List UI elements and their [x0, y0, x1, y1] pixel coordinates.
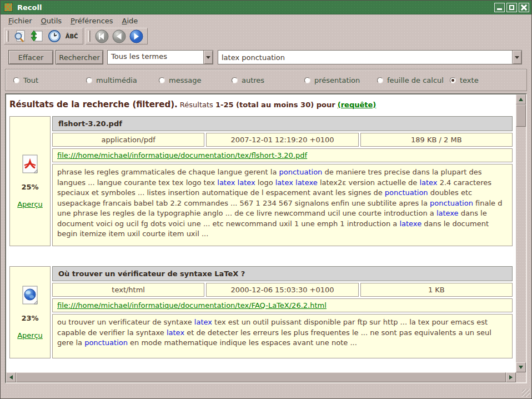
vertical-scrollbar[interactable]: [516, 94, 526, 372]
maximize-button[interactable]: [506, 3, 517, 12]
next-page-icon: [129, 29, 143, 43]
term-explorer-button[interactable]: ÂBĈ: [64, 29, 79, 43]
filter-label: Tout: [23, 76, 38, 84]
query-combobox[interactable]: [218, 50, 522, 64]
preview-link[interactable]: Aperçu: [17, 331, 43, 340]
results-range: 1-25 (total au moins 30) pour: [215, 101, 335, 109]
result-title[interactable]: flshort-3.20.pdf: [52, 116, 513, 131]
result-snippet: phrase les regles grammaticales de chaqu…: [52, 164, 513, 246]
result-date: 2007-12-01 12:19:20 +0100: [206, 133, 358, 147]
horizontal-scrollbar-thumb[interactable]: [16, 372, 506, 382]
result-snippet: ou trouver un verificateur de syntaxe la…: [52, 314, 513, 358]
filter-autres[interactable]: autres: [232, 76, 304, 84]
menu-preferences[interactable]: Préférences: [66, 16, 117, 26]
filter-label: feuille de calcul: [387, 76, 444, 84]
filter-multimedia[interactable]: multimédia: [86, 76, 159, 84]
result-1-side: 25% Aperçu: [9, 116, 51, 246]
scroll-right-button[interactable]: [506, 372, 516, 382]
query-link[interactable]: (requête): [338, 101, 377, 109]
filter-label: texte: [460, 76, 479, 84]
result-mime: text/html: [52, 283, 204, 297]
sort-parameters-button[interactable]: [30, 29, 44, 43]
recoll-window: Recoll Fichier Outils Préférences Aide: [0, 0, 532, 399]
arrow-up-icon: [519, 98, 523, 101]
first-page-button[interactable]: [94, 29, 109, 43]
result-2-side: 23% Aperçu: [9, 266, 51, 358]
minimize-icon: [497, 8, 502, 10]
preview-link[interactable]: Aperçu: [17, 200, 43, 208]
scroll-down-button[interactable]: [516, 362, 526, 372]
filter-label: message: [169, 76, 201, 84]
result-2-main: Où trouver un vérificateur de syntaxe La…: [52, 266, 513, 358]
menu-aide[interactable]: Aide: [118, 16, 143, 26]
results-header: Résultats de la recherche (filtered). Ré…: [6, 94, 516, 109]
arrow-right-icon: [509, 375, 513, 380]
vertical-scrollbar-thumb[interactable]: [516, 104, 526, 127]
category-filter-frame: Tout multimédia message autres présentat…: [5, 69, 527, 91]
radio-icon: [159, 77, 165, 83]
menu-outils[interactable]: Outils: [37, 16, 67, 26]
close-icon: [521, 4, 527, 11]
radio-icon: [232, 77, 238, 83]
document-search-button[interactable]: [13, 29, 27, 43]
horizontal-scrollbar[interactable]: [6, 372, 516, 382]
filter-texte[interactable]: texte: [450, 76, 523, 84]
toolbar-handle[interactable]: [88, 31, 91, 42]
pdf-file-icon: [20, 154, 40, 175]
radio-icon: [450, 77, 456, 83]
toolbar-group-nav: [86, 28, 148, 44]
window-title: Recoll: [17, 3, 494, 12]
results-prefix: Résultats: [180, 101, 213, 109]
sort-document-icon: [31, 29, 44, 43]
result-url-link[interactable]: file:///home/michael/informatique/docume…: [57, 301, 327, 310]
resize-grip-icon[interactable]: [522, 389, 530, 397]
minimize-button[interactable]: [494, 3, 505, 12]
result-url-row: file:///home/michael/informatique/docume…: [52, 298, 513, 312]
radio-icon: [304, 77, 310, 83]
result-title[interactable]: Où trouver un vérificateur de syntaxe La…: [52, 266, 513, 281]
result-url-row: file:///home/michael/informatique/docume…: [52, 148, 513, 162]
result-size: 1 KB: [360, 283, 513, 297]
filter-tout[interactable]: Tout: [13, 76, 86, 84]
title-bar[interactable]: Recoll: [1, 1, 531, 14]
query-dropdown-button[interactable]: [512, 51, 521, 64]
radio-icon: [377, 77, 383, 83]
history-button[interactable]: [47, 29, 62, 43]
radio-icon: [13, 77, 19, 83]
first-page-icon: [95, 29, 109, 43]
chevron-down-icon: [206, 56, 210, 59]
filter-label: présentation: [314, 76, 360, 84]
filter-feuille-de-calcul[interactable]: feuille de calcul: [377, 76, 450, 84]
clear-button[interactable]: Effacer: [8, 50, 53, 64]
maximize-icon: [509, 5, 514, 10]
search-mode-dropdown-button[interactable]: [203, 51, 213, 64]
results-list: Résultats de la recherche (filtered). Ré…: [6, 94, 516, 372]
result-date: 2000-12-06 15:03:30 +0100: [206, 283, 358, 297]
filter-label: multimédia: [96, 76, 137, 84]
filter-message[interactable]: message: [159, 76, 232, 84]
search-mode-select[interactable]: Tous les termes: [107, 50, 213, 64]
arrow-left-icon: [9, 375, 13, 380]
scrollbar-corner: [516, 372, 526, 382]
close-button[interactable]: [519, 3, 529, 12]
result-meta-row: text/html 2000-12-06 15:03:30 +0100 1 KB: [52, 283, 513, 297]
chevron-down-icon: [515, 56, 519, 59]
result-url-link[interactable]: file:///home/michael/informatique/docume…: [57, 151, 307, 159]
relevance-percent: 25%: [21, 183, 38, 191]
filter-presentation[interactable]: présentation: [304, 76, 377, 84]
toolbar-handle[interactable]: [6, 31, 9, 42]
search-row: Effacer Rechercher Tous les termes: [1, 50, 531, 64]
next-page-button[interactable]: [129, 29, 143, 43]
search-button[interactable]: Rechercher: [56, 50, 103, 64]
scroll-up-button[interactable]: [516, 94, 526, 104]
menu-fichier[interactable]: Fichier: [4, 16, 37, 26]
result-meta-row: application/pdf 2007-12-01 12:19:20 +010…: [52, 133, 513, 147]
search-mode-value: Tous les termes: [108, 51, 203, 64]
result-1-main: flshort-3.20.pdf application/pdf 2007-12…: [52, 116, 513, 246]
result-size: 189 KB / 2 MB: [360, 133, 513, 147]
previous-page-button[interactable]: [112, 29, 126, 43]
scroll-left-button[interactable]: [6, 372, 16, 382]
history-clock-icon: [48, 29, 61, 43]
query-input[interactable]: [218, 51, 512, 64]
filter-label: autres: [242, 76, 264, 84]
